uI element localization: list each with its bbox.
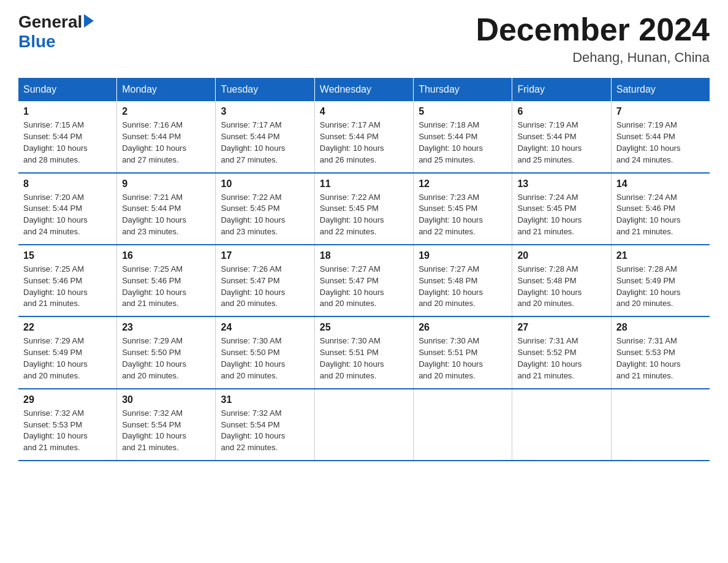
calendar-cell: 10 Sunrise: 7:22 AM Sunset: 5:45 PM Dayl… (216, 173, 314, 245)
calendar-cell: 2 Sunrise: 7:16 AM Sunset: 5:44 PM Dayli… (117, 101, 216, 172)
calendar-cell: 12 Sunrise: 7:23 AM Sunset: 5:45 PM Dayl… (414, 173, 512, 245)
day-number: 11 (320, 178, 408, 190)
day-number: 12 (419, 178, 507, 190)
calendar-title: December 2024 (476, 12, 710, 47)
day-info: Sunrise: 7:22 AM Sunset: 5:45 PM Dayligh… (221, 192, 309, 238)
day-info: Sunrise: 7:19 AM Sunset: 5:44 PM Dayligh… (616, 120, 705, 166)
day-info: Sunrise: 7:25 AM Sunset: 5:46 PM Dayligh… (122, 264, 210, 310)
calendar-table: SundayMondayTuesdayWednesdayThursdayFrid… (18, 78, 710, 461)
day-number: 23 (122, 322, 210, 333)
calendar-body: 1 Sunrise: 7:15 AM Sunset: 5:44 PM Dayli… (18, 101, 710, 461)
calendar-cell: 4 Sunrise: 7:17 AM Sunset: 5:44 PM Dayli… (314, 101, 413, 172)
header-row: SundayMondayTuesdayWednesdayThursdayFrid… (18, 78, 710, 101)
calendar-header: SundayMondayTuesdayWednesdayThursdayFrid… (18, 78, 710, 101)
header-day-sunday: Sunday (18, 78, 117, 101)
day-number: 13 (517, 178, 605, 190)
logo: General Blue (18, 12, 94, 52)
calendar-cell: 22 Sunrise: 7:29 AM Sunset: 5:49 PM Dayl… (18, 316, 117, 388)
day-info: Sunrise: 7:21 AM Sunset: 5:44 PM Dayligh… (122, 192, 210, 238)
day-number: 2 (122, 106, 210, 117)
day-number: 14 (616, 178, 705, 190)
header-day-wednesday: Wednesday (314, 78, 413, 101)
calendar-cell: 14 Sunrise: 7:24 AM Sunset: 5:46 PM Dayl… (611, 173, 710, 245)
calendar-cell: 1 Sunrise: 7:15 AM Sunset: 5:44 PM Dayli… (18, 101, 117, 172)
calendar-cell: 20 Sunrise: 7:28 AM Sunset: 5:48 PM Dayl… (512, 245, 611, 316)
calendar-cell: 17 Sunrise: 7:26 AM Sunset: 5:47 PM Dayl… (216, 245, 314, 316)
day-number: 15 (23, 250, 112, 261)
day-number: 9 (122, 178, 210, 190)
day-number: 4 (320, 106, 408, 117)
calendar-cell: 27 Sunrise: 7:31 AM Sunset: 5:52 PM Dayl… (512, 316, 611, 388)
day-number: 25 (320, 322, 408, 333)
day-number: 21 (616, 250, 705, 261)
day-info: Sunrise: 7:30 AM Sunset: 5:50 PM Dayligh… (221, 335, 309, 381)
calendar-cell: 24 Sunrise: 7:30 AM Sunset: 5:50 PM Dayl… (216, 316, 314, 388)
day-info: Sunrise: 7:29 AM Sunset: 5:49 PM Dayligh… (23, 335, 112, 381)
calendar-cell: 8 Sunrise: 7:20 AM Sunset: 5:44 PM Dayli… (18, 173, 117, 245)
calendar-cell: 9 Sunrise: 7:21 AM Sunset: 5:44 PM Dayli… (117, 173, 216, 245)
day-number: 18 (320, 250, 408, 261)
day-number: 31 (221, 394, 309, 405)
week-row-4: 22 Sunrise: 7:29 AM Sunset: 5:49 PM Dayl… (18, 316, 710, 388)
day-info: Sunrise: 7:28 AM Sunset: 5:48 PM Dayligh… (517, 264, 605, 310)
calendar-cell: 15 Sunrise: 7:25 AM Sunset: 5:46 PM Dayl… (18, 245, 117, 316)
title-block: December 2024 Dehang, Hunan, China (476, 12, 710, 66)
week-row-3: 15 Sunrise: 7:25 AM Sunset: 5:46 PM Dayl… (18, 245, 710, 316)
calendar-cell: 7 Sunrise: 7:19 AM Sunset: 5:44 PM Dayli… (611, 101, 710, 172)
logo-general: General (18, 12, 82, 32)
logo-blue: Blue (18, 32, 56, 51)
day-number: 27 (517, 322, 605, 333)
day-number: 29 (23, 394, 112, 405)
day-number: 20 (517, 250, 605, 261)
day-info: Sunrise: 7:28 AM Sunset: 5:49 PM Dayligh… (616, 264, 705, 310)
day-info: Sunrise: 7:26 AM Sunset: 5:47 PM Dayligh… (221, 264, 309, 310)
day-info: Sunrise: 7:16 AM Sunset: 5:44 PM Dayligh… (122, 120, 210, 166)
logo-arrow-icon (84, 14, 94, 28)
week-row-1: 1 Sunrise: 7:15 AM Sunset: 5:44 PM Dayli… (18, 101, 710, 172)
day-info: Sunrise: 7:32 AM Sunset: 5:53 PM Dayligh… (23, 408, 112, 454)
day-number: 19 (419, 250, 507, 261)
day-info: Sunrise: 7:17 AM Sunset: 5:44 PM Dayligh… (221, 120, 309, 166)
day-info: Sunrise: 7:32 AM Sunset: 5:54 PM Dayligh… (221, 408, 309, 454)
calendar-cell: 16 Sunrise: 7:25 AM Sunset: 5:46 PM Dayl… (117, 245, 216, 316)
calendar-cell: 11 Sunrise: 7:22 AM Sunset: 5:45 PM Dayl… (314, 173, 413, 245)
day-info: Sunrise: 7:32 AM Sunset: 5:54 PM Dayligh… (122, 408, 210, 454)
calendar-subtitle: Dehang, Hunan, China (476, 50, 710, 66)
calendar-cell: 3 Sunrise: 7:17 AM Sunset: 5:44 PM Dayli… (216, 101, 314, 172)
day-info: Sunrise: 7:20 AM Sunset: 5:44 PM Dayligh… (23, 192, 112, 238)
day-info: Sunrise: 7:18 AM Sunset: 5:44 PM Dayligh… (419, 120, 507, 166)
day-info: Sunrise: 7:27 AM Sunset: 5:47 PM Dayligh… (320, 264, 408, 310)
calendar-cell: 25 Sunrise: 7:30 AM Sunset: 5:51 PM Dayl… (314, 316, 413, 388)
calendar-cell: 31 Sunrise: 7:32 AM Sunset: 5:54 PM Dayl… (216, 389, 314, 461)
day-info: Sunrise: 7:22 AM Sunset: 5:45 PM Dayligh… (320, 192, 408, 238)
day-info: Sunrise: 7:17 AM Sunset: 5:44 PM Dayligh… (320, 120, 408, 166)
day-info: Sunrise: 7:27 AM Sunset: 5:48 PM Dayligh… (419, 264, 507, 310)
day-number: 28 (616, 322, 705, 333)
day-info: Sunrise: 7:23 AM Sunset: 5:45 PM Dayligh… (419, 192, 507, 238)
calendar-cell: 18 Sunrise: 7:27 AM Sunset: 5:47 PM Dayl… (314, 245, 413, 316)
day-info: Sunrise: 7:19 AM Sunset: 5:44 PM Dayligh… (517, 120, 605, 166)
day-info: Sunrise: 7:30 AM Sunset: 5:51 PM Dayligh… (419, 335, 507, 381)
day-info: Sunrise: 7:15 AM Sunset: 5:44 PM Dayligh… (23, 120, 112, 166)
calendar-cell: 26 Sunrise: 7:30 AM Sunset: 5:51 PM Dayl… (414, 316, 512, 388)
calendar-cell: 28 Sunrise: 7:31 AM Sunset: 5:53 PM Dayl… (611, 316, 710, 388)
day-info: Sunrise: 7:29 AM Sunset: 5:50 PM Dayligh… (122, 335, 210, 381)
calendar-cell (512, 389, 611, 461)
page-header: General Blue December 2024 Dehang, Hunan… (18, 12, 710, 66)
week-row-2: 8 Sunrise: 7:20 AM Sunset: 5:44 PM Dayli… (18, 173, 710, 245)
header-day-tuesday: Tuesday (216, 78, 314, 101)
day-number: 17 (221, 250, 309, 261)
day-number: 7 (616, 106, 705, 117)
header-day-monday: Monday (117, 78, 216, 101)
week-row-5: 29 Sunrise: 7:32 AM Sunset: 5:53 PM Dayl… (18, 389, 710, 461)
calendar-cell (314, 389, 413, 461)
day-info: Sunrise: 7:25 AM Sunset: 5:46 PM Dayligh… (23, 264, 112, 310)
day-number: 26 (419, 322, 507, 333)
calendar-cell: 19 Sunrise: 7:27 AM Sunset: 5:48 PM Dayl… (414, 245, 512, 316)
calendar-cell (611, 389, 710, 461)
day-number: 30 (122, 394, 210, 405)
calendar-cell: 30 Sunrise: 7:32 AM Sunset: 5:54 PM Dayl… (117, 389, 216, 461)
calendar-cell: 23 Sunrise: 7:29 AM Sunset: 5:50 PM Dayl… (117, 316, 216, 388)
day-number: 10 (221, 178, 309, 190)
day-number: 5 (419, 106, 507, 117)
